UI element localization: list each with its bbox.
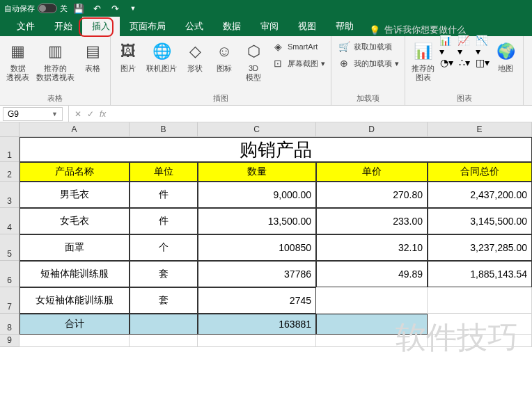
header-unit[interactable]: 单位 xyxy=(130,162,198,182)
pictures-button[interactable]: 🖼图片 xyxy=(115,39,141,74)
tab-file[interactable]: 文件 xyxy=(7,17,45,36)
select-all-corner[interactable] xyxy=(0,122,19,136)
get-addins-button[interactable]: 🛒获取加载项 xyxy=(336,39,400,54)
row-header[interactable]: 1 xyxy=(0,137,19,162)
table-button[interactable]: ▤表格 xyxy=(79,39,106,74)
data-cell[interactable]: 短袖体能训练服 xyxy=(19,261,130,287)
hier-chart-icon[interactable]: ◔▾ xyxy=(439,56,453,70)
data-cell[interactable]: 个 xyxy=(130,234,198,261)
col-header-e[interactable]: E xyxy=(428,122,532,136)
data-cell[interactable]: 2745 xyxy=(198,287,316,314)
data-cell[interactable]: 3,237,285.00 xyxy=(428,234,532,261)
rec-pivot-button[interactable]: ▥推荐的 数据透视表 xyxy=(34,39,77,83)
redo-icon[interactable]: ↷ xyxy=(109,3,120,14)
qat-dropdown-icon[interactable]: ▼ xyxy=(127,3,139,14)
data-cell[interactable]: 49.89 xyxy=(316,261,428,287)
data-cell[interactable]: 女毛衣 xyxy=(19,208,130,234)
total-cell[interactable] xyxy=(130,314,198,335)
header-price[interactable]: 单价 xyxy=(316,162,428,182)
tab-layout[interactable]: 页面布局 xyxy=(120,17,175,36)
header-name[interactable]: 产品名称 xyxy=(19,162,130,182)
save-icon[interactable]: 💾 xyxy=(73,3,84,14)
header-qty[interactable]: 数量 xyxy=(198,162,316,182)
data-cell[interactable]: 女短袖体能训练服 xyxy=(19,287,130,314)
tab-formulas[interactable]: 公式 xyxy=(175,17,213,36)
row-header[interactable]: 2 xyxy=(0,162,19,182)
data-cell[interactable]: 233.00 xyxy=(316,208,428,234)
get-addins-label: 获取加载项 xyxy=(354,42,392,52)
data-cell[interactable]: 13,500.00 xyxy=(198,208,316,234)
rec-charts-button[interactable]: 📊推荐的 图表 xyxy=(409,39,437,83)
data-cell[interactable]: 32.10 xyxy=(316,234,428,261)
total-qty[interactable]: 163881 xyxy=(198,314,316,335)
empty-cell[interactable] xyxy=(428,287,532,314)
tab-home[interactable]: 开始 xyxy=(45,17,82,36)
col-header-d[interactable]: D xyxy=(316,122,428,136)
empty-cell[interactable] xyxy=(316,335,428,347)
col-header-a[interactable]: A xyxy=(19,122,130,136)
enter-icon[interactable]: ✓ xyxy=(87,109,94,119)
map-button[interactable]: 🌍地图 xyxy=(492,39,519,74)
title-cell[interactable]: 购销产品 xyxy=(19,137,532,162)
empty-cell[interactable] xyxy=(130,335,198,347)
empty-cell[interactable] xyxy=(428,314,532,335)
row-header[interactable]: 8 xyxy=(0,314,19,335)
row-header[interactable]: 7 xyxy=(0,287,19,314)
cancel-icon[interactable]: ✕ xyxy=(75,109,81,119)
header-total[interactable]: 合同总价 xyxy=(428,162,532,182)
data-cell[interactable]: 男毛衣 xyxy=(19,182,130,208)
screenshot-button[interactable]: ⊡屏幕截图 ▾ xyxy=(269,56,327,71)
row-header[interactable]: 9 xyxy=(0,335,19,347)
data-cell[interactable]: 件 xyxy=(130,182,198,208)
line-chart-icon[interactable]: 📈▾ xyxy=(457,39,471,53)
scatter-icon[interactable]: ∴▾ xyxy=(457,56,471,70)
shapes-button[interactable]: ◇形状 xyxy=(182,39,208,74)
tab-view[interactable]: 视图 xyxy=(288,17,326,36)
chevron-down-icon[interactable]: ▼ xyxy=(52,111,58,118)
data-cell[interactable]: 套 xyxy=(130,287,198,314)
data-cell[interactable]: 270.80 xyxy=(316,182,428,208)
tab-help[interactable]: 帮助 xyxy=(326,17,363,36)
data-cell[interactable]: 2,437,200.00 xyxy=(428,182,532,208)
undo-icon[interactable]: ↶ xyxy=(91,3,102,14)
smartart-button[interactable]: ◈SmartArt xyxy=(269,39,327,54)
row-header[interactable]: 6 xyxy=(0,261,19,287)
data-cell[interactable]: 100850 xyxy=(198,234,316,261)
name-box[interactable]: G9▼ xyxy=(3,107,63,121)
row-header[interactable]: 4 xyxy=(0,208,19,234)
col-header-c[interactable]: C xyxy=(198,122,316,136)
3d-model-button[interactable]: ⬡3D 模型 xyxy=(240,39,267,83)
row-header[interactable]: 5 xyxy=(0,234,19,261)
data-cell[interactable]: 1,885,143.54 xyxy=(428,261,532,287)
tab-data[interactable]: 数据 xyxy=(213,17,251,36)
tab-insert[interactable]: 插入 xyxy=(82,17,120,36)
data-cell[interactable]: 37786 xyxy=(198,261,316,287)
row-header[interactable]: 3 xyxy=(0,182,19,208)
empty-cell[interactable] xyxy=(198,335,316,347)
col-chart-icon[interactable]: 📉▾ xyxy=(476,39,490,53)
pivot-table-button[interactable]: ▦数据 透视表 xyxy=(4,39,31,83)
total-label[interactable]: 合计 xyxy=(19,314,130,335)
empty-cell[interactable] xyxy=(428,335,532,347)
fx-icon[interactable]: fx xyxy=(100,109,106,119)
icons-button[interactable]: ☺图标 xyxy=(211,39,237,74)
my-addins-button[interactable]: ⊕我的加载项 ▾ xyxy=(336,56,400,71)
empty-cell[interactable] xyxy=(316,287,428,314)
autosave-toggle[interactable]: 自动保存 关 xyxy=(4,3,68,14)
combo-icon[interactable]: ◫▾ xyxy=(476,56,490,70)
online-pics-button[interactable]: 🌐联机图片 xyxy=(144,39,179,74)
data-cell[interactable]: 9,000.00 xyxy=(198,182,316,208)
data-cell[interactable]: 面罩 xyxy=(19,234,130,261)
data-cell[interactable]: 套 xyxy=(130,261,198,287)
total-cell[interactable] xyxy=(316,314,428,335)
ribbon-group-addins: 🛒获取加载项 ⊕我的加载项 ▾ 加载项 xyxy=(331,36,405,105)
data-cell[interactable]: 3,145,500.00 xyxy=(428,208,532,234)
tab-review[interactable]: 审阅 xyxy=(251,17,288,36)
toggle-switch[interactable] xyxy=(38,3,57,13)
empty-cell[interactable] xyxy=(19,335,130,347)
bar-chart-icon[interactable]: 📊▾ xyxy=(439,39,453,53)
data-cell[interactable]: 件 xyxy=(130,208,198,234)
col-header-b[interactable]: B xyxy=(130,122,198,136)
table-label: 表格 xyxy=(85,64,100,73)
3d-icon: ⬡ xyxy=(242,40,265,63)
